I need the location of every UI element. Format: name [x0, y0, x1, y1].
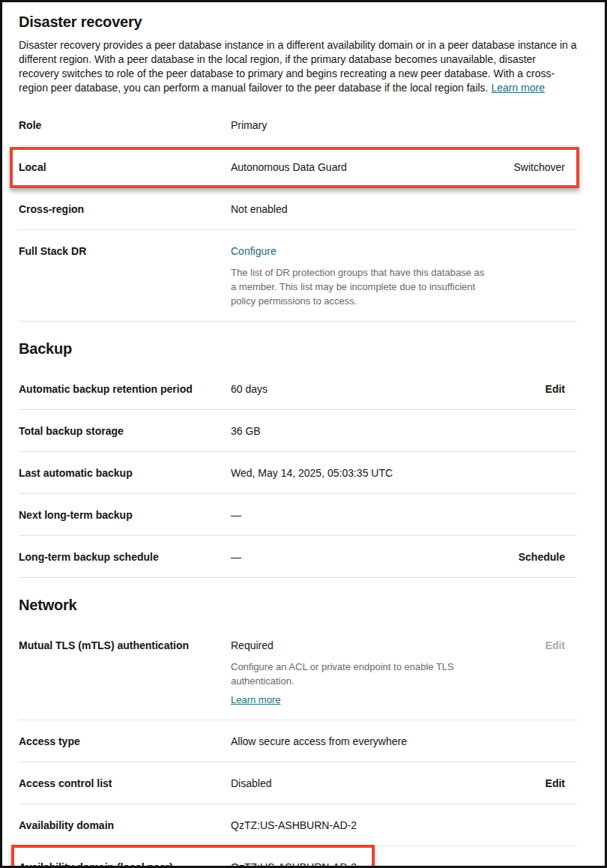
row-label: Full Stack DR [19, 244, 231, 259]
row-label: Access control list [19, 777, 231, 791]
row-value: 36 GB [231, 424, 577, 438]
row-value: Configure The list of DR protection grou… [231, 244, 577, 308]
section-title-network: Network [19, 595, 577, 615]
row-label: Role [19, 118, 231, 133]
switchover-link[interactable]: Switchover [514, 161, 565, 173]
row-value: Not enabled [231, 202, 577, 217]
row-label: Cross-region [19, 202, 231, 217]
row-total-backup-storage: Total backup storage 36 GB [19, 410, 577, 452]
row-next-long-term-backup: Next long-term backup — [19, 494, 577, 536]
full-stack-dr-helper-text: The list of DR protection groups that ha… [231, 265, 492, 308]
row-action: Edit [546, 639, 565, 653]
row-value: Wed, May 14, 2025, 05:03:35 UTC [231, 466, 577, 480]
row-local: Local Autonomous Data Guard Switchover [19, 146, 577, 188]
row-value: Disabled [231, 777, 546, 791]
row-value: Required Configure an ACL or private end… [231, 639, 546, 707]
section-title-backup: Backup [19, 339, 577, 358]
row-access-type: Access type Allow secure access from eve… [19, 720, 577, 762]
row-action: Schedule [519, 550, 565, 564]
row-value: — [231, 508, 577, 522]
mtls-helper-text: Configure an ACL or private endpoint to … [231, 660, 516, 688]
row-value: QzTZ:US-ASHBURN-AD-2 [231, 819, 577, 833]
row-label: Last automatic backup [19, 466, 231, 480]
row-label: Automatic backup retention period [19, 382, 231, 397]
mtls-learn-more-link[interactable]: Learn more [231, 693, 280, 707]
row-automatic-backup-retention-period: Automatic backup retention period 60 day… [19, 368, 577, 410]
row-label: Mutual TLS (mTLS) authentication [19, 639, 231, 653]
row-cross-region: Cross-region Not enabled [19, 188, 577, 230]
row-value: 60 days [231, 382, 546, 397]
row-availability-domain: Availability domain QzTZ:US-ASHBURN-AD-2 [19, 804, 577, 846]
row-value: — [231, 550, 519, 564]
edit-acl-link[interactable]: Edit [546, 777, 565, 789]
row-action: Switchover [514, 160, 565, 175]
row-value: Autonomous Data Guard [231, 160, 514, 175]
row-value: Allow secure access from everywhere [231, 735, 577, 749]
schedule-link[interactable]: Schedule [519, 551, 565, 563]
disaster-recovery-description: Disaster recovery provides a peer databa… [19, 38, 577, 95]
row-availability-domain-local-peer: Availability domain (local peer) QzTZ:US… [19, 846, 577, 868]
configure-link[interactable]: Configure [231, 245, 277, 257]
row-access-control-list: Access control list Disabled Edit [19, 762, 577, 804]
row-role: Role Primary [19, 104, 577, 146]
row-label: Access type [19, 735, 231, 749]
row-last-automatic-backup: Last automatic backup Wed, May 14, 2025,… [19, 452, 577, 494]
edit-mtls-link-disabled: Edit [546, 639, 565, 651]
mtls-value: Required [231, 639, 274, 651]
row-full-stack-dr: Full Stack DR Configure The list of DR p… [19, 230, 577, 322]
details-panel: Disaster recovery Disaster recovery prov… [2, 2, 605, 868]
row-mutual-tls-authentication: Mutual TLS (mTLS) authentication Require… [19, 624, 577, 720]
row-label: Availability domain [19, 819, 231, 833]
row-value: QzTZ:US-ASHBURN-AD-3 [231, 861, 577, 868]
row-label: Local [19, 160, 231, 175]
edit-retention-link[interactable]: Edit [546, 383, 565, 395]
row-label: Total backup storage [19, 424, 231, 438]
learn-more-link[interactable]: Learn more [491, 82, 545, 94]
row-label: Long-term backup schedule [19, 550, 231, 564]
row-value: Primary [231, 118, 577, 133]
row-label: Availability domain (local peer) [19, 861, 231, 868]
row-label: Next long-term backup [19, 508, 231, 522]
row-action: Edit [546, 382, 565, 397]
row-long-term-backup-schedule: Long-term backup schedule — Schedule [19, 536, 577, 578]
row-action: Edit [546, 777, 565, 791]
section-title-disaster-recovery: Disaster recovery [19, 13, 577, 31]
